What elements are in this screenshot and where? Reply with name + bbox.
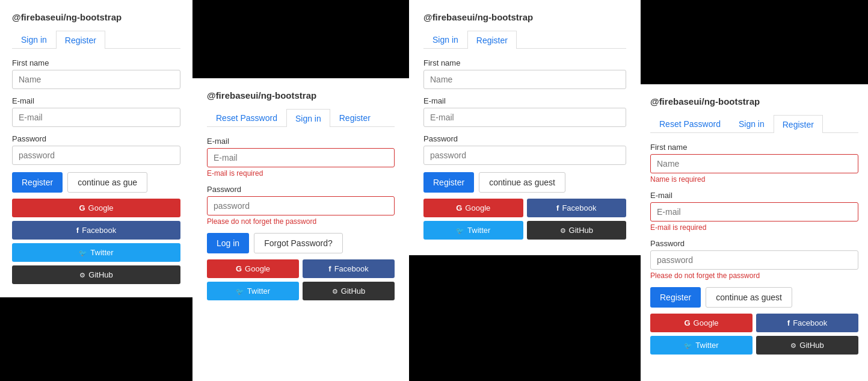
github-button-p3[interactable]: GitHub <box>527 221 627 240</box>
app-title-p4: @firebaseui/ng-bootstrap <box>650 96 858 107</box>
github-label-p3: GitHub <box>569 226 593 235</box>
facebook-label-p4: Facebook <box>793 318 827 327</box>
password-input-p3[interactable] <box>423 146 626 165</box>
email-label-p3: E-mail <box>423 96 626 105</box>
app-title-p2: @firebaseui/ng-bootstrap <box>207 90 395 101</box>
twitter-button-p4[interactable]: Twitter <box>650 336 753 355</box>
action-row-p1: Register continue as gue <box>12 172 180 193</box>
twitter-button-p1[interactable]: Twitter <box>12 243 180 262</box>
google-button-p4[interactable]: Google <box>650 314 753 332</box>
password-input-p4[interactable] <box>650 250 858 270</box>
twitter-icon-p3 <box>456 226 464 235</box>
action-row-p3: Register continue as guest <box>423 172 626 193</box>
guest-button-p4[interactable]: continue as guest <box>706 287 792 308</box>
twitter-label-p2: Twitter <box>247 287 270 296</box>
social-row1-p4: Google Facebook <box>650 314 858 332</box>
github-icon-p3 <box>560 226 566 235</box>
google-label-p1: Google <box>88 203 114 212</box>
github-icon-p1 <box>79 270 85 279</box>
register-button-p1[interactable]: Register <box>12 172 63 193</box>
firstname-label-p1: First name <box>12 58 180 67</box>
twitter-button-p2[interactable]: Twitter <box>207 282 299 300</box>
github-label-p4: GitHub <box>799 341 823 350</box>
tab-register-p3[interactable]: Register <box>467 31 517 49</box>
tab-register-p2[interactable]: Register <box>330 109 380 126</box>
github-label-p1: GitHub <box>88 270 112 279</box>
tabs-p2: Reset Password Sign in Register <box>207 109 395 127</box>
email-input-p3[interactable] <box>423 108 626 127</box>
facebook-icon-p3 <box>556 203 559 212</box>
register-button-p3[interactable]: Register <box>423 172 474 193</box>
password-label-p4: Password <box>650 239 858 248</box>
tab-signin-p3[interactable]: Sign in <box>423 31 467 48</box>
password-label-p2: Password <box>207 185 395 194</box>
github-button-p4[interactable]: GitHub <box>756 336 858 355</box>
facebook-icon-p4 <box>787 318 790 327</box>
google-button-p2[interactable]: Google <box>207 259 299 278</box>
facebook-button-p3[interactable]: Facebook <box>527 199 627 217</box>
tabs-p4: Reset Password Sign in Register <box>650 115 858 133</box>
panel-4-content: @firebaseui/ng-bootstrap Reset Password … <box>641 84 868 381</box>
email-group-p2: E-mail E-mail is required <box>207 137 395 178</box>
facebook-button-p4[interactable]: Facebook <box>756 314 858 332</box>
action-row-p2: Log in Forgot Password? <box>207 233 395 253</box>
app-title-p1: @firebaseui/ng-bootstrap <box>12 12 180 22</box>
social-row2-p3: Twitter GitHub <box>423 221 626 240</box>
google-button-p1[interactable]: Google <box>12 199 180 217</box>
social-row2-p2: Twitter GitHub <box>207 282 395 300</box>
twitter-icon-p4 <box>684 341 692 350</box>
google-button-p3[interactable]: Google <box>423 199 523 217</box>
firstname-input-p1[interactable] <box>12 70 180 89</box>
social-row1-p2: Google Facebook <box>207 259 395 278</box>
tab-register-p4[interactable]: Register <box>774 115 823 133</box>
register-button-p4[interactable]: Register <box>650 287 701 308</box>
action-row-p4: Register continue as guest <box>650 287 858 308</box>
email-input-p2[interactable] <box>207 148 395 167</box>
email-group-p3: E-mail <box>423 96 626 127</box>
tabs-p1: Sign in Register <box>12 31 180 49</box>
facebook-icon-p1 <box>76 226 79 235</box>
firstname-error-p4: Name is required <box>650 175 858 184</box>
password-input-p1[interactable] <box>12 146 180 165</box>
guest-button-p3[interactable]: continue as guest <box>479 172 565 193</box>
facebook-label-p2: Facebook <box>334 264 369 273</box>
email-error-p4: E-mail is required <box>650 223 858 232</box>
firstname-group-p3: First name <box>423 58 626 89</box>
twitter-icon-p2 <box>236 287 244 296</box>
tab-signin-p2[interactable]: Sign in <box>286 109 330 127</box>
email-error-p2: E-mail is required <box>207 169 395 178</box>
facebook-button-p2[interactable]: Facebook <box>303 259 395 278</box>
twitter-label-p4: Twitter <box>695 341 718 350</box>
facebook-button-p1[interactable]: Facebook <box>12 221 180 240</box>
email-input-p4[interactable] <box>650 202 858 221</box>
password-error-p4: Please do not forget the password <box>650 271 858 280</box>
github-button-p2[interactable]: GitHub <box>303 282 395 300</box>
firstname-input-p3[interactable] <box>423 70 626 89</box>
password-input-p2[interactable] <box>207 196 395 215</box>
tab-register-p1[interactable]: Register <box>56 31 105 49</box>
tab-resetpw-p2[interactable]: Reset Password <box>207 109 286 126</box>
social-row2-p4: Twitter GitHub <box>650 336 858 355</box>
github-button-p1[interactable]: GitHub <box>12 265 180 284</box>
password-group-p3: Password <box>423 134 626 165</box>
tab-signin-p1[interactable]: Sign in <box>12 31 56 48</box>
tabs-p3: Sign in Register <box>423 31 626 49</box>
forgot-button-p2[interactable]: Forgot Password? <box>254 233 343 253</box>
email-label-p2: E-mail <box>207 137 395 146</box>
guest-button-p1[interactable]: continue as gue <box>67 172 147 193</box>
firstname-input-p4[interactable] <box>650 154 858 173</box>
app-title-p3: @firebaseui/ng-bootstrap <box>423 12 626 22</box>
login-button-p2[interactable]: Log in <box>207 233 249 253</box>
black-section-p2-top <box>192 0 409 78</box>
tab-signin-p4[interactable]: Sign in <box>730 115 774 132</box>
tab-resetpw-p4[interactable]: Reset Password <box>650 115 730 132</box>
email-input-p1[interactable] <box>12 108 180 127</box>
black-section-p3-bottom <box>409 255 641 381</box>
google-icon-p4 <box>684 318 690 327</box>
twitter-button-p3[interactable]: Twitter <box>423 221 523 240</box>
black-section-p4-top <box>641 0 868 84</box>
social-row1-p3: Google Facebook <box>423 199 626 217</box>
password-group-p4: Password Please do not forget the passwo… <box>650 239 858 280</box>
google-label-p2: Google <box>245 264 270 273</box>
email-label-p4: E-mail <box>650 191 858 200</box>
